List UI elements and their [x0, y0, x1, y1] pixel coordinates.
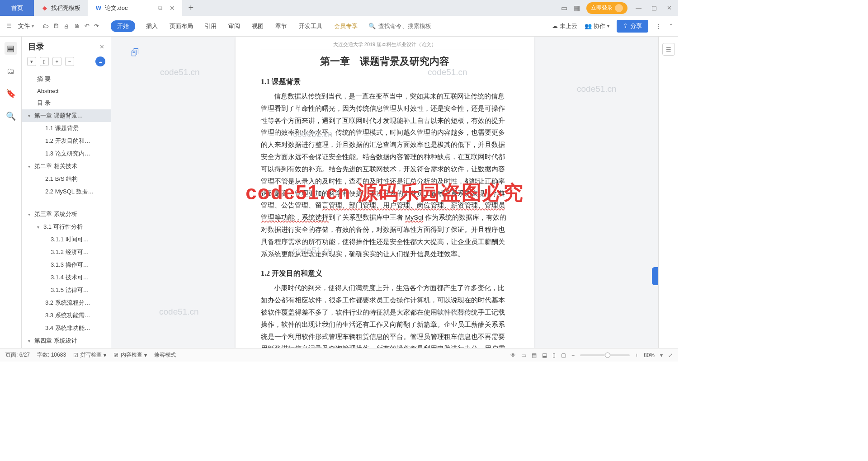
cloud-icon: ☁: [552, 23, 558, 29]
reading-mode-icon[interactable]: ▯: [552, 352, 556, 358]
collapse-ribbon-icon[interactable]: ⌃: [669, 23, 674, 29]
spellcheck-toggle[interactable]: ☑ 拼写检查 ▾: [73, 351, 106, 359]
outline-remove-icon[interactable]: −: [65, 57, 74, 66]
word-count[interactable]: 字数: 10683: [37, 351, 66, 359]
outline-col-icon[interactable]: ▯: [40, 57, 49, 66]
toolbar: ☰ 文件 ▾ 🗁 🖹 🖨 🗎 ↶ ↷ 开始 插入 页面布局 引用 审阅 视图 章…: [0, 16, 678, 37]
outline-tab-icon[interactable]: ▤: [5, 42, 17, 55]
layout-icon[interactable]: ▭: [561, 4, 567, 12]
right-sidebar: ☰: [658, 37, 678, 348]
ribbon-tab-review[interactable]: 审阅: [227, 20, 241, 32]
find-icon[interactable]: 🔍: [5, 110, 17, 122]
outline-add-icon[interactable]: +: [52, 57, 61, 66]
outline-item[interactable]: 4.1 总体功能: [22, 347, 111, 348]
ribbon-tab-chapter[interactable]: 章节: [274, 20, 288, 32]
close-button[interactable]: ✕: [665, 5, 674, 11]
people-icon: 👥: [585, 23, 592, 29]
outline-item[interactable]: ▾第二章 相关技术: [22, 160, 111, 173]
side-drawer-handle[interactable]: [652, 267, 658, 285]
outline-sync-icon[interactable]: ☁: [95, 56, 105, 66]
qat-preview-icon[interactable]: 🗎: [74, 23, 80, 29]
outline-item[interactable]: 2.1 B/S 结构: [22, 173, 111, 185]
outline-item[interactable]: ▾第四章 系统设计: [22, 334, 111, 347]
outline-item[interactable]: 1.1 课题背景: [22, 122, 111, 135]
watermark: code51.cn: [159, 307, 199, 317]
maximize-button[interactable]: ▢: [650, 5, 659, 11]
bookmark-icon[interactable]: 🔖: [5, 87, 17, 100]
outline-item[interactable]: 3.1.2 经济可…: [22, 246, 111, 259]
search-input[interactable]: [378, 23, 451, 29]
qat-open-icon[interactable]: 🗁: [43, 23, 49, 29]
zoom-value[interactable]: 80%: [644, 352, 655, 358]
zoom-out-icon[interactable]: −: [571, 352, 575, 358]
expand-all-icon[interactable]: ▾: [27, 57, 36, 66]
share-button[interactable]: ⇪ 分享: [617, 20, 648, 33]
outline-item[interactable]: 3.4 系统非功能…: [22, 322, 111, 334]
ribbon-tab-view[interactable]: 视图: [251, 20, 264, 32]
page-header: 大连交通大学 2019 届本科生毕业设计（论文）: [261, 41, 509, 50]
outline-item[interactable]: 1.2 开发目的和…: [22, 135, 111, 147]
eye-icon[interactable]: 👁: [510, 352, 516, 358]
outline-close-icon[interactable]: ✕: [99, 43, 104, 50]
command-search[interactable]: 🔍: [368, 23, 459, 29]
outline-item[interactable]: 3.1.4 技术可…: [22, 271, 111, 284]
ribbon-tab-vip[interactable]: 会员专享: [333, 20, 359, 32]
outline-item[interactable]: 目 录: [22, 97, 111, 109]
outline-tree[interactable]: 摘 要Abstract目 录▾第一章 课题背景…1.1 课题背景1.2 开发目的…: [22, 71, 111, 348]
outline-item[interactable]: ▾3.1 可行性分析: [22, 221, 111, 233]
ribbon-tab-layout[interactable]: 页面布局: [169, 20, 194, 32]
minimize-button[interactable]: —: [634, 5, 643, 11]
outline-item[interactable]: 3.1.1 时间可…: [22, 233, 111, 246]
zoom-in-icon[interactable]: +: [635, 352, 638, 358]
apps-icon[interactable]: ▦: [574, 4, 580, 12]
document-area[interactable]: 🗐 大连交通大学 2019 届本科生毕业设计（论文） 第一章 课题背景及研究内容…: [111, 37, 658, 348]
zoom-fit-icon[interactable]: ▢: [561, 352, 566, 358]
new-tab-button[interactable]: +: [182, 3, 200, 13]
properties-icon[interactable]: ☰: [662, 43, 675, 56]
doc-options-icon[interactable]: 🗐: [131, 48, 139, 58]
ribbon-tab-devtools[interactable]: 开发工具: [298, 20, 323, 32]
zoom-dropdown-icon[interactable]: ▾: [660, 352, 663, 358]
tab-document-active[interactable]: W 论文.doc ⧉ ✕: [88, 0, 182, 16]
outline-item[interactable]: Abstract: [22, 85, 111, 97]
tab-popout-icon[interactable]: ⧉: [158, 4, 162, 12]
fullscreen-icon[interactable]: ⤢: [668, 352, 673, 358]
tab-home[interactable]: 首页: [0, 0, 34, 16]
avatar-icon: [615, 4, 623, 12]
hamburger-icon[interactable]: ☰: [5, 21, 14, 31]
clipboard-icon[interactable]: 🗂: [5, 65, 17, 77]
page-indicator[interactable]: 页面: 6/27: [5, 351, 30, 359]
qat-print-icon[interactable]: 🖨: [64, 23, 70, 29]
outline-tools: ▾ ▯ + − ☁: [22, 55, 111, 71]
content-check[interactable]: 🗹 内容检查 ▾: [113, 351, 147, 359]
outline-item[interactable]: 3.3 系统功能需…: [22, 309, 111, 322]
ribbon-tab-insert[interactable]: 插入: [145, 20, 159, 32]
zoom-slider[interactable]: [580, 354, 630, 356]
view-page-icon[interactable]: ▭: [521, 352, 526, 358]
ribbon-tab-references[interactable]: 引用: [204, 20, 217, 32]
qat-undo-icon[interactable]: ↶: [85, 23, 90, 29]
more-icon[interactable]: ⋮: [656, 23, 661, 29]
file-menu[interactable]: 文件 ▾: [15, 20, 37, 32]
view-outline-icon[interactable]: ⬓: [542, 352, 547, 358]
compat-mode[interactable]: 兼容模式: [154, 351, 176, 359]
outline-item[interactable]: 3.2 系统流程分…: [22, 296, 111, 309]
outline-item[interactable]: 摘 要: [22, 73, 111, 85]
cloud-status[interactable]: ☁ 未上云: [552, 22, 577, 30]
qat-save-icon[interactable]: 🖹: [53, 23, 59, 29]
outline-item[interactable]: 3.1.5 法律可…: [22, 284, 111, 296]
share-label: 分享: [630, 22, 642, 30]
tab-templates[interactable]: ◆ 找稻壳模板: [34, 0, 88, 16]
outline-item[interactable]: 1.3 论文研究内…: [22, 147, 111, 160]
outline-item[interactable]: ▾第一章 课题背景…: [22, 109, 111, 122]
outline-item[interactable]: 2.2 MySQL 数据…: [22, 185, 111, 198]
collaborate-button[interactable]: 👥 协作 ▾: [585, 22, 609, 30]
login-button[interactable]: 立即登录: [586, 2, 627, 14]
outline-item[interactable]: ▾第三章 系统分析: [22, 208, 111, 221]
tab-close-icon[interactable]: ✕: [170, 5, 175, 12]
ribbon-tab-start[interactable]: 开始: [111, 20, 135, 32]
file-label: 文件: [18, 22, 30, 30]
outline-item[interactable]: 3.1.3 操作可…: [22, 259, 111, 271]
view-web-icon[interactable]: ▤: [532, 352, 537, 358]
qat-redo-icon[interactable]: ↷: [94, 23, 99, 29]
